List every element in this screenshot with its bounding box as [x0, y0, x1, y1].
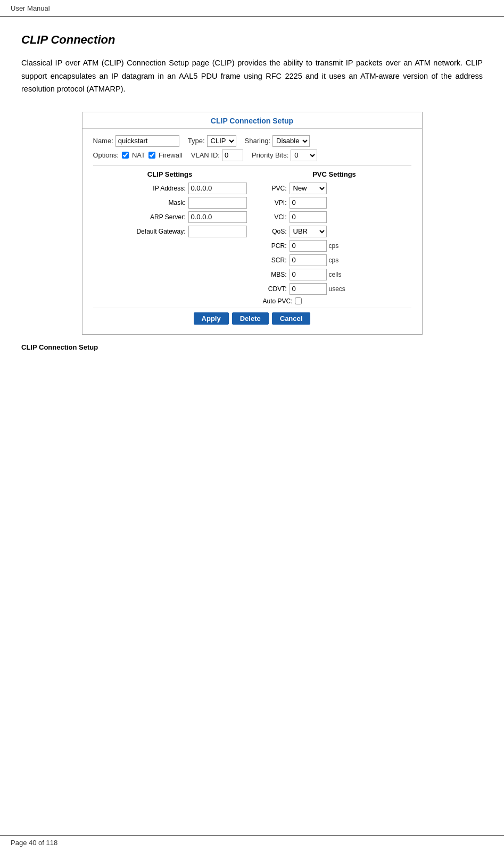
- cdvt-label: CDVT:: [258, 285, 287, 293]
- setup-box: CLIP Connection Setup Name: Type: CLIP S…: [82, 112, 423, 335]
- options-label: Options:: [93, 151, 119, 159]
- default-gateway-input[interactable]: [188, 226, 247, 237]
- vci-row: VCI:: [258, 211, 411, 223]
- mbs-label: MBS:: [258, 271, 287, 278]
- pcr-row: PCR: cps: [258, 240, 411, 252]
- arp-server-label: ARP Server:: [150, 213, 185, 221]
- sharing-select[interactable]: Disable: [272, 135, 310, 147]
- footer: Page 40 of 118: [11, 839, 57, 847]
- buttons-row: Apply Delete Cancel: [93, 308, 411, 328]
- mask-row: Mask:: [93, 197, 247, 209]
- name-label: Name:: [93, 137, 113, 145]
- pvc-select[interactable]: New: [290, 183, 327, 194]
- pcr-label: PCR:: [258, 242, 287, 250]
- apply-button[interactable]: Apply: [194, 312, 229, 325]
- firewall-label: Firewall: [159, 151, 183, 159]
- header-title: User Manual: [11, 4, 50, 12]
- scr-label: SCR:: [258, 257, 287, 264]
- header-bar: User Manual: [0, 0, 504, 17]
- type-select[interactable]: CLIP: [207, 135, 236, 147]
- type-label: Type:: [188, 137, 205, 145]
- cdvt-unit: usecs: [329, 285, 345, 293]
- default-gateway-row: Default Gateway:: [93, 226, 247, 237]
- pvc-label: PVC:: [258, 185, 287, 192]
- priority-bits-label: Priority Bits:: [252, 151, 288, 159]
- clip-settings-title: CLIP Settings: [93, 170, 247, 178]
- pvc-settings-section: PVC Settings PVC: New VPI: VCI:: [252, 170, 411, 308]
- vpi-row: VPI:: [258, 197, 411, 209]
- mbs-row: MBS: cells: [258, 269, 411, 280]
- caption: CLIP Connection Setup: [21, 343, 483, 351]
- auto-pvc-label: Auto PVC:: [263, 297, 293, 305]
- ip-address-label: IP Address:: [153, 185, 185, 192]
- arp-server-row: ARP Server:: [93, 211, 247, 223]
- cancel-button[interactable]: Cancel: [272, 312, 311, 325]
- nat-label: NAT: [132, 151, 145, 159]
- vpi-label: VPI:: [258, 199, 287, 206]
- cdvt-row: CDVT: usecs: [258, 283, 411, 295]
- ip-address-row: IP Address:: [93, 183, 247, 194]
- pcr-input[interactable]: [290, 240, 327, 252]
- default-gateway-label: Default Gateway:: [136, 228, 185, 235]
- divider: [93, 166, 411, 166]
- clip-settings-section: CLIP Settings IP Address: Mask: ARP Serv…: [93, 170, 252, 308]
- auto-pvc-row: Auto PVC:: [263, 297, 411, 305]
- mbs-unit: cells: [329, 271, 342, 278]
- vpi-input[interactable]: [290, 197, 327, 209]
- auto-pvc-checkbox[interactable]: [295, 297, 302, 304]
- firewall-checkbox[interactable]: [148, 152, 155, 159]
- qos-label: QoS:: [258, 228, 287, 235]
- scr-row: SCR: cps: [258, 254, 411, 266]
- name-input[interactable]: [115, 135, 179, 147]
- mask-input[interactable]: [188, 197, 247, 209]
- page-description: Classical IP over ATM (CLIP) Connection …: [21, 56, 483, 96]
- pvc-row: PVC: New: [258, 183, 411, 194]
- arp-server-input[interactable]: [188, 211, 247, 223]
- vci-label: VCI:: [258, 213, 287, 221]
- scr-unit: cps: [329, 257, 339, 264]
- sections: CLIP Settings IP Address: Mask: ARP Serv…: [93, 170, 411, 308]
- main-content: CLIP Connection Classical IP over ATM (C…: [0, 17, 504, 373]
- qos-row: QoS: UBR: [258, 226, 411, 237]
- mbs-input[interactable]: [290, 269, 327, 280]
- priority-bits-select[interactable]: 0: [291, 150, 317, 161]
- qos-select[interactable]: UBR: [290, 226, 327, 237]
- setup-body: Name: Type: CLIP Sharing: Disable: [82, 129, 422, 334]
- cdvt-input[interactable]: [290, 283, 327, 295]
- page-title: CLIP Connection: [21, 33, 483, 47]
- scr-input[interactable]: [290, 254, 327, 266]
- vci-input[interactable]: [290, 211, 327, 223]
- ip-address-input[interactable]: [188, 183, 247, 194]
- vlan-id-input[interactable]: [222, 150, 243, 161]
- sharing-label: Sharing:: [245, 137, 270, 145]
- bottom-border: [0, 836, 504, 836]
- vlan-id-label: VLAN ID:: [191, 151, 220, 159]
- delete-button[interactable]: Delete: [232, 312, 269, 325]
- nat-checkbox[interactable]: [122, 152, 129, 159]
- pcr-unit: cps: [329, 242, 339, 250]
- pvc-settings-title: PVC Settings: [258, 170, 411, 178]
- setup-title: CLIP Connection Setup: [82, 112, 422, 129]
- mask-label: Mask:: [168, 199, 185, 206]
